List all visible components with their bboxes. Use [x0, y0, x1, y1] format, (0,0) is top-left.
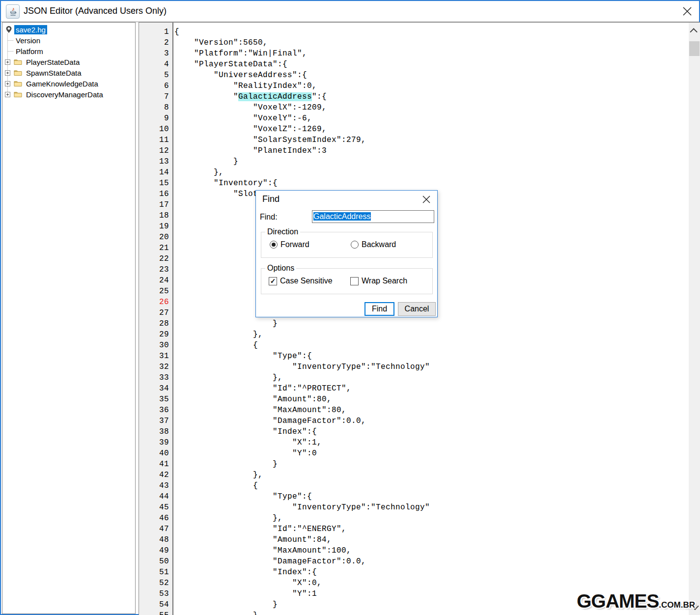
- line-number: 29: [139, 329, 172, 340]
- find-button[interactable]: Find: [364, 302, 394, 316]
- line-number: 42: [139, 470, 172, 480]
- line-number: 43: [139, 480, 172, 491]
- tree-item-gameknowledgedata[interactable]: GameKnowledgeData: [2, 78, 135, 89]
- code-line: "Version":5650,: [174, 37, 689, 48]
- line-number: 54: [139, 599, 172, 610]
- code-line: "Type":{: [174, 491, 689, 502]
- tree-connector: [7, 40, 13, 41]
- line-number: 49: [139, 545, 172, 556]
- code-line: "Amount":80,: [174, 394, 689, 405]
- line-number: 10: [139, 124, 172, 135]
- code-line: "UniverseAddress":{: [174, 70, 689, 81]
- code-line: "SolarSystemIndex":279,: [174, 135, 689, 145]
- code-line: "MaxAmount":100,: [174, 545, 689, 556]
- line-number: 45: [139, 502, 172, 513]
- direction-legend: Direction: [265, 227, 300, 236]
- code-line: {: [174, 480, 689, 491]
- window-close-icon[interactable]: [682, 6, 692, 16]
- line-number: 20: [139, 232, 172, 243]
- checkbox-wrap-search-icon[interactable]: [350, 277, 359, 285]
- line-number: 13: [139, 156, 172, 167]
- code-line: "VoxelX":-1209,: [174, 102, 689, 113]
- code-line: }: [174, 156, 689, 167]
- expand-plus-icon[interactable]: [5, 70, 10, 76]
- scrollbar-thumb[interactable]: [689, 41, 700, 56]
- watermark-text: GGAMES: [577, 590, 659, 612]
- line-number: 3: [139, 48, 172, 59]
- code-line: "Id":"^PROTECT",: [174, 383, 689, 394]
- code-line: "MaxAmount":80,: [174, 405, 689, 416]
- line-number: 9: [139, 113, 172, 124]
- code-line: }: [174, 318, 689, 329]
- line-number: 12: [139, 145, 172, 156]
- tree-item-discoverymanagerdata[interactable]: DiscoveryManagerData: [2, 89, 135, 100]
- code-line: "Index":{: [174, 567, 689, 578]
- tree-item-save2-hg[interactable]: save2.hg: [2, 24, 135, 35]
- radio-forward-icon[interactable]: [270, 241, 278, 249]
- line-number: 32: [139, 362, 172, 372]
- line-number: 48: [139, 534, 172, 545]
- options-legend: Options: [265, 264, 296, 273]
- title-bar: JSON Editor (Advanced Users Only): [1, 1, 699, 21]
- line-number: 30: [139, 340, 172, 351]
- tree-item-playerstatedata[interactable]: PlayerStateData: [2, 56, 135, 67]
- code-text-area[interactable]: { "Version":5650, "Platform":"Win|Final"…: [174, 23, 689, 615]
- line-number: 36: [139, 405, 172, 416]
- code-line: "DamageFactor":0.0,: [174, 556, 689, 567]
- code-line: "Platform":"Win|Final",: [174, 48, 689, 59]
- line-number: 46: [139, 513, 172, 524]
- line-number: 19: [139, 221, 172, 232]
- code-line: "InventoryType":"Technology": [174, 502, 689, 513]
- line-number: 28: [139, 318, 172, 329]
- tree-item-version[interactable]: Version: [2, 35, 135, 46]
- line-number: 37: [139, 416, 172, 426]
- line-number: 23: [139, 264, 172, 275]
- radio-backward[interactable]: Backward: [351, 240, 396, 249]
- code-line: "X":1,: [174, 437, 689, 448]
- find-input[interactable]: GalacticAddress: [312, 210, 434, 223]
- code-line: "X":0,: [174, 578, 689, 588]
- find-dialog-close-icon[interactable]: [421, 195, 431, 204]
- window-title: JSON Editor (Advanced Users Only): [24, 6, 167, 16]
- tree-item-platform[interactable]: Platform: [2, 46, 135, 56]
- json-code-editor[interactable]: 1234567891011121314151617181920212223242…: [139, 22, 700, 615]
- scrollbar-chevron-up-icon[interactable]: [689, 25, 700, 37]
- direction-groupbox: Direction Forward Backward: [261, 232, 433, 258]
- expand-plus-icon[interactable]: [5, 81, 10, 86]
- radio-forward[interactable]: Forward: [270, 240, 309, 249]
- tree-connector: [7, 51, 13, 52]
- checkbox-case-sensitive[interactable]: ✓ Case Sensitive: [269, 277, 333, 285]
- json-tree-panel: save2.hgVersionPlatformPlayerStateDataSp…: [2, 22, 136, 614]
- tree-item-label: DiscoveryManagerData: [25, 90, 105, 99]
- vertical-scrollbar[interactable]: [689, 23, 700, 615]
- code-line: }: [174, 459, 689, 470]
- ggames-watermark: GGAMES.COM.BR: [577, 590, 695, 612]
- tree-item-label: save2.hg: [14, 25, 47, 34]
- line-number: 33: [139, 372, 172, 383]
- line-number: 14: [139, 167, 172, 178]
- tree-item-label: PlayerStateData: [25, 57, 81, 67]
- checkbox-case-sensitive-icon[interactable]: ✓: [269, 277, 277, 285]
- tree-item-label: GameKnowledgeData: [25, 79, 100, 88]
- radio-forward-label: Forward: [280, 240, 309, 249]
- line-number: 24: [139, 275, 172, 286]
- checkbox-wrap-search-label: Wrap Search: [362, 277, 407, 285]
- line-number: 1: [139, 27, 172, 37]
- code-line: "VoxelZ":-1269,: [174, 124, 689, 135]
- cancel-button[interactable]: Cancel: [398, 302, 436, 316]
- expand-plus-icon[interactable]: [5, 59, 10, 65]
- line-number: 16: [139, 189, 172, 199]
- line-number: 26: [139, 297, 172, 308]
- find-field-label: Find:: [260, 213, 278, 222]
- line-number: 44: [139, 491, 172, 502]
- line-number: 53: [139, 588, 172, 599]
- code-line: {: [174, 340, 689, 351]
- json-editor-window: JSON Editor (Advanced Users Only) save2.…: [0, 0, 700, 615]
- code-line: },: [174, 372, 689, 383]
- expand-plus-icon[interactable]: [5, 92, 10, 97]
- radio-backward-icon[interactable]: [351, 241, 359, 249]
- line-number: 25: [139, 286, 172, 297]
- tree-item-spawnstatedata[interactable]: SpawnStateData: [2, 67, 135, 78]
- checkbox-wrap-search[interactable]: Wrap Search: [350, 277, 407, 285]
- code-line: "PlayerStateData":{: [174, 59, 689, 70]
